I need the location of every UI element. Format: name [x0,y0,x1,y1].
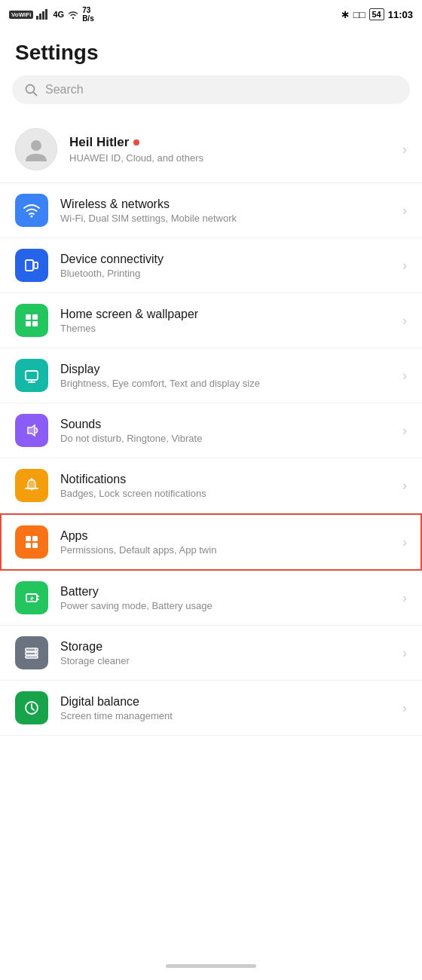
svg-rect-25 [32,543,38,548]
settings-item-notifications[interactable]: Notifications Badges, Lock screen notifi… [0,458,422,513]
digital-subtitle: Screen time management [60,710,396,721]
digital-icon [15,691,48,724]
network-type: 4G [53,10,64,19]
apps-chevron-icon: › [402,534,407,550]
display-text: Display Brightness, Eye comfort, Text an… [60,363,396,389]
storage-subtitle: Storage cleaner [60,655,396,666]
bluetooth-icon: ∗ [341,8,350,20]
digital-text: Digital balance Screen time management [60,695,396,721]
homescreen-chevron-icon: › [402,313,407,329]
svg-rect-16 [26,371,38,380]
storage-title: Storage [60,640,396,654]
sounds-subtitle: Do not disturb, Ringtone, Vibrate [60,433,396,444]
svg-line-6 [33,92,37,96]
settings-item-battery[interactable]: Battery Power saving mode, Battery usage… [0,571,422,626]
vowifi-indicator: VoWiFi [9,11,33,19]
wifi-icon [67,10,79,20]
apps-text: Apps Permissions, Default apps, App twin [60,529,396,556]
search-bar[interactable]: Search [12,75,410,104]
display-title: Display [60,363,396,376]
search-placeholder-text: Search [45,83,84,96]
extra-icon: □□ [353,9,365,20]
svg-line-36 [32,708,34,710]
svg-point-32 [35,649,36,651]
settings-item-storage[interactable]: Storage Storage cleaner › [0,626,422,681]
sounds-text: Sounds Do not disturb, Ringtone, Vibrate [60,418,396,444]
wireless-text: Wireless & networks Wi-Fi, Dual SIM sett… [60,198,396,224]
battery-subtitle: Power saving mode, Battery usage [60,600,396,611]
homescreen-subtitle: Themes [60,323,396,334]
svg-point-33 [35,653,36,654]
notifications-icon [15,469,48,502]
display-subtitle: Brightness, Eye comfort, Text and displa… [60,378,396,389]
svg-rect-23 [32,536,38,541]
svg-rect-24 [26,543,31,548]
device-text: Device connectivity Bluetooth, Printing [60,253,396,279]
svg-rect-15 [32,321,38,326]
settings-item-sounds[interactable]: Sounds Do not disturb, Ringtone, Vibrate… [0,403,422,458]
homescreen-text: Home screen & wallpaper Themes [60,308,396,334]
battery-title: Battery [60,585,396,599]
device-icon [15,249,48,282]
profile-info: Heil Hitler HUAWEI ID, Cloud, and others [69,135,384,164]
wireless-icon [15,194,48,227]
profile-section[interactable]: Heil Hitler HUAWEI ID, Cloud, and others… [0,116,422,183]
profile-name: Heil Hitler [69,135,384,150]
battery-icon [15,581,48,614]
svg-point-8 [31,216,33,218]
homescreen-title: Home screen & wallpaper [60,308,396,321]
digital-title: Digital balance [60,695,396,709]
svg-rect-22 [26,536,31,541]
svg-rect-0 [36,16,38,20]
notifications-chevron-icon: › [402,478,407,494]
device-chevron-icon: › [402,258,407,274]
settings-item-apps[interactable]: Apps Permissions, Default apps, App twin… [0,513,422,571]
person-icon [23,136,50,163]
settings-item-device[interactable]: Device connectivity Bluetooth, Printing … [0,238,422,293]
sounds-chevron-icon: › [402,423,407,439]
digital-chevron-icon: › [402,700,407,716]
settings-item-display[interactable]: Display Brightness, Eye comfort, Text an… [0,348,422,403]
status-left: VoWiFi 4G 73B/s [9,6,94,23]
sounds-title: Sounds [60,418,396,431]
battery-text: Battery Power saving mode, Battery usage [60,585,396,611]
navigation-pill [166,964,256,968]
svg-rect-31 [26,656,38,658]
wireless-title: Wireless & networks [60,198,396,211]
status-bar: VoWiFi 4G 73B/s ∗ □□ 54 11:03 [0,0,422,27]
homescreen-icon [15,304,48,337]
svg-rect-3 [45,9,47,20]
status-right: ∗ □□ 54 11:03 [341,8,413,20]
apps-title: Apps [60,529,396,543]
display-chevron-icon: › [402,368,407,384]
apps-subtitle: Permissions, Default apps, App twin [60,544,396,556]
battery-indicator: 54 [369,8,384,20]
battery-chevron-icon: › [402,590,407,606]
page-title: Settings [0,27,422,75]
device-subtitle: Bluetooth, Printing [60,268,396,279]
signal-strength [36,9,50,20]
profile-chevron-icon: › [402,142,407,158]
speed-indicator: 73B/s [82,6,94,23]
svg-rect-14 [26,321,31,326]
svg-point-4 [72,17,74,18]
sounds-icon [15,414,48,447]
wireless-chevron-icon: › [402,203,407,219]
notifications-text: Notifications Badges, Lock screen notifi… [60,473,396,499]
storage-chevron-icon: › [402,645,407,661]
avatar [15,128,57,170]
settings-item-wireless[interactable]: Wireless & networks Wi-Fi, Dual SIM sett… [0,183,422,238]
settings-list: Wireless & networks Wi-Fi, Dual SIM sett… [0,183,422,736]
device-title: Device connectivity [60,253,396,266]
settings-item-homescreen[interactable]: Home screen & wallpaper Themes › [0,293,422,348]
display-icon [15,359,48,392]
settings-item-digital[interactable]: Digital balance Screen time management › [0,681,422,736]
svg-rect-2 [42,11,44,20]
profile-subtitle: HUAWEI ID, Cloud, and others [69,152,384,164]
svg-rect-9 [26,260,33,271]
notifications-subtitle: Badges, Lock screen notifications [60,488,396,499]
svg-rect-12 [26,314,31,320]
svg-rect-13 [32,314,38,320]
svg-marker-19 [28,425,35,436]
search-icon [24,83,38,96]
